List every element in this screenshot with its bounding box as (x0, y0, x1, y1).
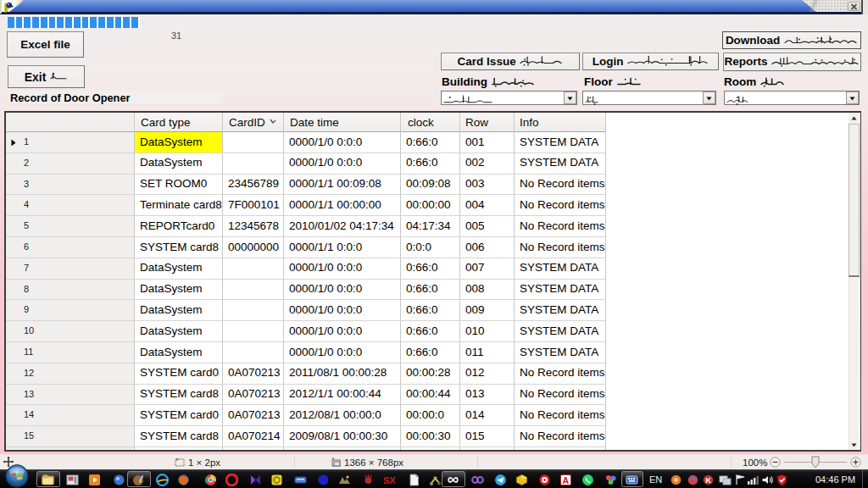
svg-text:SX: SX (383, 475, 396, 485)
svg-text:A: A (562, 474, 569, 485)
svg-text:K: K (705, 475, 711, 485)
